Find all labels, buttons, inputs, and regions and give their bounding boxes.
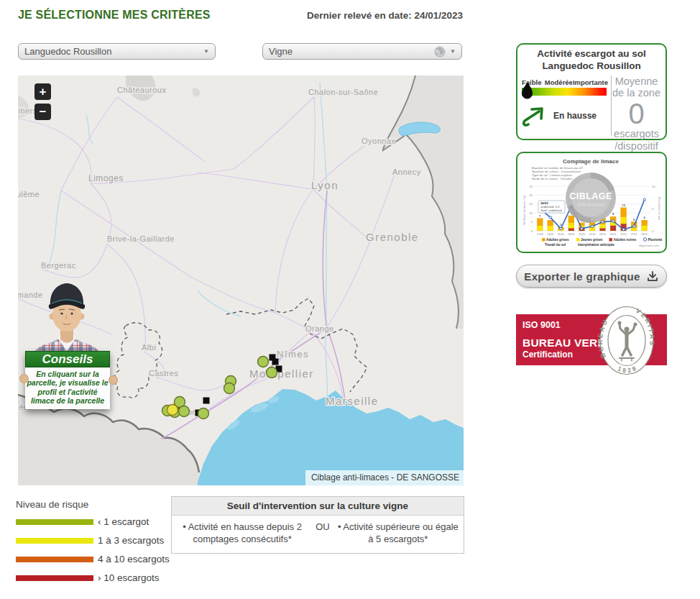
risk-color-bar [16, 538, 93, 544]
svg-text:15: 15 [529, 202, 533, 206]
page: JE SÉLECTIONNE MES CRITÈRES Dernier rele… [0, 0, 700, 599]
activity-gradient-scale [522, 88, 607, 96]
threshold-title: Seuil d'intervention sur la culture vign… [172, 497, 464, 516]
svg-text:Nb Moyen de limace / m2: Nb Moyen de limace / m2 [523, 196, 526, 225]
svg-text:Anti-limaces: Anti-limaces [577, 202, 605, 207]
svg-text:12/11: 12/11 [620, 233, 627, 236]
page-title: JE SÉLECTIONNE MES CRITÈRES [18, 9, 211, 22]
svg-text:08/10: 08/10 [568, 233, 574, 236]
culture-select-value: Vigne [269, 46, 430, 57]
svg-text:29/10: 29/10 [599, 233, 606, 236]
parcel-marker-black[interactable] [203, 398, 210, 404]
city-label: Annecy [392, 168, 421, 176]
trend-up-arrow-icon [522, 103, 546, 129]
export-chart-button[interactable]: Exporter le graphique [516, 265, 667, 288]
svg-text:Pluviométrie en mm: Pluviométrie en mm [648, 238, 663, 242]
svg-text:24/09: 24/09 [547, 233, 553, 236]
zone-average-value: 0 [612, 99, 661, 128]
culture-select[interactable]: Vigne ▼ [262, 43, 462, 60]
trend-indicator: En hausse [522, 103, 597, 129]
risk-color-bar [16, 557, 93, 562]
map-attribution: Ciblage anti-limaces - DE SANGOSSE [305, 470, 464, 485]
svg-text:25: 25 [529, 185, 533, 188]
svg-text:6: 6 [644, 216, 646, 219]
globe-icon [434, 46, 446, 58]
svg-text:13: 13 [622, 204, 625, 207]
map-zoom-out-button[interactable]: − [34, 104, 51, 120]
intervention-threshold-box: Seuil d'intervention sur la culture vign… [171, 496, 464, 554]
advisor-hand [109, 375, 118, 385]
risk-label: 1 à 3 escargots [98, 535, 164, 546]
zone-average-unit: escargots [612, 128, 661, 140]
svg-text:Interprétation anticipée: Interprétation anticipée [578, 243, 614, 247]
svg-text:19/11: 19/11 [631, 233, 637, 236]
city-label: Lyon [311, 179, 339, 191]
svg-text:Stade de la culture : 3 feuill: Stade de la culture : 3 feuilles [532, 177, 572, 180]
svg-text:05/11: 05/11 [610, 233, 617, 236]
bureau-veritas-seal: BUREAU VERITAS 1828 [598, 305, 655, 376]
advisor-hand [19, 374, 29, 383]
threshold-condition-1: Activité en hausse depuis 2 comptages co… [176, 521, 308, 546]
risk-legend-item: ‹ 1 escargot [16, 516, 170, 527]
city-label: Marseille [326, 395, 379, 407]
svg-text:CIBLAGE: CIBLAGE [569, 191, 612, 201]
parcel-marker-green[interactable] [267, 367, 277, 378]
risk-label: ‹ 1 escargot [98, 516, 149, 527]
parcel-marker-green[interactable] [224, 383, 235, 394]
scale-label-importante: Importante [573, 78, 608, 86]
city-label: Grenoble [366, 231, 419, 243]
advisor-sign: Conseils En cliquant sur la parcelle, je… [25, 351, 110, 409]
svg-text:Travail du sol: Travail du sol [545, 243, 566, 247]
svg-text:5: 5 [531, 220, 533, 224]
svg-text:17/09: 17/09 [537, 233, 543, 236]
parcel-marker-green[interactable] [258, 357, 269, 367]
slug-count-chart-thumbnail[interactable]: Comptage de limaceExprimé en nombre de l… [516, 152, 667, 253]
threshold-condition-2: Activité supérieure ou égale à 5 escargo… [337, 521, 459, 546]
region-select-value: Languedoc Rousillon [24, 46, 199, 57]
risk-legend-item: 1 à 3 escargots [16, 535, 170, 546]
threshold-or-label: OU [308, 521, 337, 532]
map[interactable]: ChâteaurouxPoitiersLimogesAngoulêmeBrive… [18, 76, 464, 485]
zone-average-unit: /dispositif [612, 140, 661, 152]
parcel-marker-green[interactable] [198, 408, 209, 419]
svg-text:22/10: 22/10 [589, 233, 596, 236]
city-label: Brive-la-Gaillarde [107, 234, 175, 243]
region-select[interactable]: Languedoc Rousillon ▼ [18, 43, 216, 60]
risk-legend: Niveau de risque ‹ 1 escargot1 à 3 escar… [16, 499, 170, 591]
risk-legend-item: › 10 escargots [16, 572, 170, 583]
parcel-marker-black[interactable] [272, 359, 279, 365]
svg-text:Total: undefined: Total: undefined [540, 209, 562, 212]
advisor-sign-text: En cliquant sur la parcelle, je visualis… [25, 367, 110, 409]
svg-text:0: 0 [531, 229, 533, 233]
parcel-marker-yellow[interactable] [167, 405, 178, 416]
risk-label: › 10 escargots [98, 572, 160, 583]
risk-legend-title: Niveau de risque [16, 499, 170, 510]
svg-text:5: 5 [652, 207, 654, 211]
risk-color-bar [16, 575, 93, 581]
bureau-veritas-badge: ISO 9001 BUREAU VERITAS Certification BU… [516, 305, 667, 376]
svg-text:15/10: 15/10 [579, 233, 585, 236]
svg-text:01/10: 01/10 [558, 233, 564, 236]
city-label: Angoulême [18, 190, 40, 198]
export-chart-label: Exporter le graphique [524, 270, 640, 283]
svg-text:Pluviométrie en mm: Pluviométrie en mm [658, 197, 660, 220]
city-label: Bergerac [41, 261, 76, 270]
risk-color-bar [16, 519, 93, 525]
city-label: Limoges [88, 173, 124, 183]
svg-text:20: 20 [529, 193, 533, 197]
last-survey-date: Dernier relevé en date: 24/01/2023 [307, 10, 463, 21]
risk-label: 4 à 10 escargots [98, 554, 170, 564]
zone-average: Moyenne de la zone 0 escargots /disposit… [612, 74, 661, 137]
trend-label: En hausse [553, 111, 597, 121]
svg-text:Jeunes grises: Jeunes grises [581, 238, 603, 242]
svg-text:Comptage de limace: Comptage de limace [563, 158, 619, 165]
city-label: Albi [142, 343, 156, 352]
svg-text:10: 10 [652, 185, 655, 188]
svg-text:0: 0 [652, 229, 654, 233]
svg-text:5: 5 [633, 218, 635, 221]
map-zoom-in-button[interactable]: + [34, 83, 51, 100]
city-label: Châteauroux [117, 86, 167, 94]
parcel-marker-green[interactable] [179, 406, 190, 417]
svg-text:Adultes noires: Adultes noires [614, 238, 637, 242]
city-label: Chalon-sur-Saône [308, 88, 378, 96]
